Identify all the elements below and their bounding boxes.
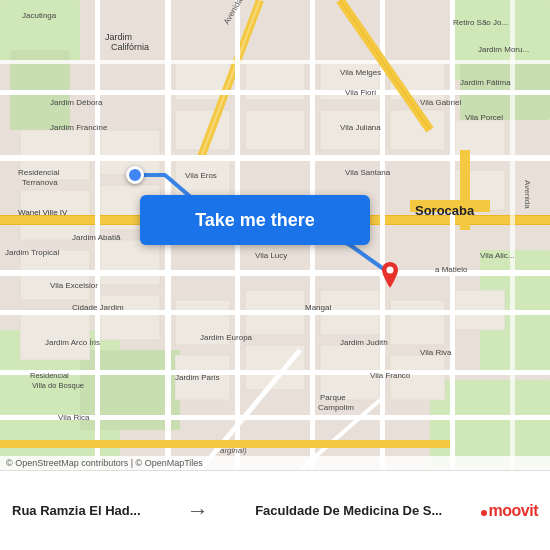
svg-text:Vila Eros: Vila Eros [185, 171, 217, 180]
svg-text:Vila Riva: Vila Riva [420, 348, 452, 357]
svg-text:Vila Rica: Vila Rica [58, 413, 90, 422]
svg-text:Cidade Jardim: Cidade Jardim [72, 303, 124, 312]
svg-text:a Matielo: a Matielo [435, 265, 468, 274]
svg-rect-48 [0, 60, 550, 64]
direction-arrow: → [179, 498, 217, 524]
svg-text:arginal): arginal) [220, 446, 247, 455]
svg-text:Campolim: Campolim [318, 403, 354, 412]
svg-text:Vila Juliana: Vila Juliana [340, 123, 381, 132]
svg-text:Jardim Europa: Jardim Europa [200, 333, 253, 342]
svg-text:Retiro São Jo...: Retiro São Jo... [453, 18, 508, 27]
svg-rect-53 [450, 0, 455, 470]
attribution-text: © OpenStreetMap contributors | © OpenMap… [6, 458, 203, 468]
bottom-bar: Rua Ramzia El Had... → Faculdade De Medi… [0, 470, 550, 550]
svg-text:Vila Santana: Vila Santana [345, 168, 391, 177]
origin-name: Rua Ramzia El Had... [12, 503, 141, 518]
origin-marker [126, 166, 144, 184]
map-container: arginal) Jardim Califórnia Jacutinga Jar… [0, 0, 550, 470]
svg-text:Villa do Bosque: Villa do Bosque [32, 381, 84, 390]
svg-text:Jardim Tropical: Jardim Tropical [5, 248, 59, 257]
moovit-dot-icon [481, 510, 487, 516]
svg-rect-14 [100, 240, 160, 285]
svg-point-105 [387, 267, 394, 274]
svg-rect-23 [245, 110, 305, 150]
svg-text:Jardim: Jardim [105, 32, 132, 42]
svg-rect-55 [510, 0, 515, 470]
svg-text:Jardim Abatiã: Jardim Abatiã [72, 233, 121, 242]
svg-text:Wanel Ville IV: Wanel Ville IV [18, 208, 68, 217]
svg-text:Vila Lucy: Vila Lucy [255, 251, 287, 260]
svg-text:Vila Fiori: Vila Fiori [345, 88, 376, 97]
svg-text:Vila Gabriel: Vila Gabriel [420, 98, 461, 107]
take-me-there-button[interactable]: Take me there [140, 195, 370, 245]
svg-rect-45 [0, 370, 550, 375]
map-attribution: © OpenStreetMap contributors | © OpenMap… [0, 456, 550, 470]
svg-rect-59 [460, 150, 470, 230]
svg-text:Jardim Débora: Jardim Débora [50, 98, 103, 107]
svg-text:Residencial: Residencial [30, 371, 69, 380]
svg-text:Residencial: Residencial [18, 168, 60, 177]
svg-text:Vila Excelsior: Vila Excelsior [50, 281, 98, 290]
svg-text:Jardim Francine: Jardim Francine [50, 123, 108, 132]
svg-rect-32 [390, 300, 445, 345]
origin-location: Rua Ramzia El Had... [12, 503, 141, 518]
moovit-brand: moovit [481, 502, 538, 520]
svg-text:Parque: Parque [320, 393, 346, 402]
svg-text:Jardim Arco Íris: Jardim Arco Íris [45, 338, 100, 347]
svg-text:Vila Melges: Vila Melges [340, 68, 381, 77]
svg-text:Sorocaba: Sorocaba [415, 203, 475, 218]
svg-rect-16 [20, 310, 90, 360]
svg-text:Jardim Judith: Jardim Judith [340, 338, 388, 347]
svg-text:Jacutinga: Jacutinga [22, 11, 57, 20]
svg-text:Jardim Moru...: Jardim Moru... [478, 45, 529, 54]
svg-text:Mangal: Mangal [305, 303, 331, 312]
svg-rect-47 [0, 90, 550, 95]
svg-text:Jardim Paris: Jardim Paris [175, 373, 219, 382]
destination-location: Faculdade De Medicina De S... [255, 503, 442, 518]
svg-text:Jardim Fátima: Jardim Fátima [460, 78, 511, 87]
destination-name: Faculdade De Medicina De S... [255, 503, 442, 518]
moovit-logo: moovit [481, 502, 538, 520]
svg-text:Vila Franco: Vila Franco [370, 371, 411, 380]
svg-rect-15 [100, 295, 160, 340]
destination-marker [378, 262, 402, 292]
svg-text:Avenida: Avenida [523, 180, 532, 209]
svg-text:Califórnia: Califórnia [111, 42, 149, 52]
svg-text:Vila Porcel: Vila Porcel [465, 113, 503, 122]
svg-text:Terranova: Terranova [22, 178, 58, 187]
svg-rect-43 [0, 270, 550, 276]
svg-text:Vila Alic...: Vila Alic... [480, 251, 515, 260]
